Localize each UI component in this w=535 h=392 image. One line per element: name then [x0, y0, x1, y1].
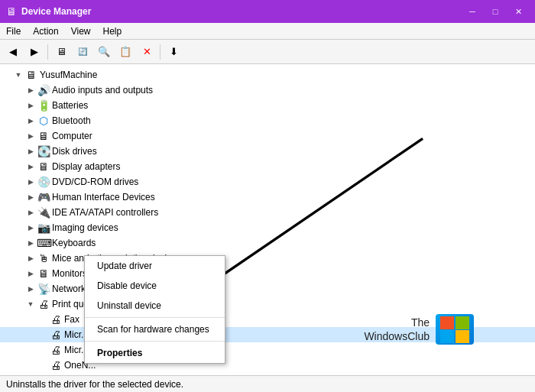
- imaging-icon: 📷: [37, 222, 50, 234]
- tree-item-dvd[interactable]: ▶ 💿 DVD/CD-ROM drives: [0, 174, 535, 190]
- tree-item-mice[interactable]: ▶ 🖱 Mice and other pointing devices: [0, 251, 535, 266]
- status-bar: Uninstalls the driver for the selected d…: [0, 375, 535, 392]
- tree-item-bluetooth[interactable]: ▶ ⬡ Bluetooth: [0, 113, 535, 128]
- network-icon: 📡: [37, 283, 50, 295]
- toolbar: ◀ ▶ 🖥 🔄 🔍 📋 ✕ ⬇: [0, 40, 535, 64]
- help-button[interactable]: ⬇: [164, 43, 183, 61]
- svg-rect-5: [456, 330, 469, 343]
- display-icon: 🖥: [37, 160, 50, 173]
- ctx-separator-2: [85, 341, 225, 342]
- tree-item-network[interactable]: ▶ 📡 Network adapters: [0, 281, 535, 296]
- svg-rect-4: [440, 330, 454, 343]
- monitor-icon: 🖥: [37, 267, 50, 280]
- ideata-label: IDE ATA/ATAPI controllers: [52, 207, 158, 218]
- menu-bar: File Action View Help: [0, 23, 535, 40]
- keyboard-icon: ⌨: [37, 237, 50, 249]
- ctx-update-driver[interactable]: Update driver: [85, 256, 225, 276]
- tree-item-computer[interactable]: ▶ 🖥 Computer: [0, 128, 535, 144]
- update-driver-button[interactable]: 🔄: [73, 43, 92, 61]
- menu-action[interactable]: Action: [27, 23, 64, 39]
- chevron-right-icon: ▶: [24, 224, 37, 232]
- tree-item-micro2[interactable]: 🖨 Micr...: [0, 342, 535, 358]
- chevron-right-icon: ▶: [24, 147, 37, 155]
- printer-icon: 🖨: [49, 374, 63, 375]
- chevron-right-icon: ▶: [24, 254, 37, 262]
- disable-button[interactable]: 📋: [115, 43, 135, 61]
- scan-hardware-button[interactable]: 🔍: [94, 43, 114, 61]
- chevron-right-icon: ▶: [24, 178, 37, 186]
- tree-item-printqueues[interactable]: ▼ 🖨 Print queues: [0, 296, 535, 312]
- fax-icon: 🖨: [49, 313, 63, 326]
- fax-label: Fax: [64, 314, 79, 325]
- back-button[interactable]: ◀: [3, 43, 23, 61]
- ideata-icon: 🔌: [37, 206, 50, 219]
- ctx-uninstall-device[interactable]: Uninstall device: [85, 296, 225, 316]
- dvd-icon: 💿: [37, 176, 50, 188]
- title-bar-controls: ─ □ ✕: [462, 4, 529, 19]
- batteries-label: Batteries: [52, 100, 88, 111]
- diskdrives-label: Disk drives: [52, 146, 97, 157]
- computer-icon: 🖥: [37, 130, 50, 142]
- chevron-right-icon: ▶: [24, 163, 37, 170]
- toolbar-sep2: [160, 44, 160, 60]
- printer-icon: 🖨: [49, 329, 63, 341]
- chevron-right-icon: ▶: [24, 86, 37, 94]
- disk-icon: 💽: [37, 145, 50, 157]
- app-icon: 🖥: [6, 5, 17, 18]
- imaging-label: Imaging devices: [52, 222, 118, 233]
- chevron-down-icon: ▼: [12, 71, 24, 79]
- maximize-button[interactable]: □: [485, 4, 506, 19]
- tree-item-ideata[interactable]: ▶ 🔌 IDE ATA/ATAPI controllers: [0, 205, 535, 220]
- ctx-scan-hardware[interactable]: Scan for hardware changes: [85, 319, 225, 339]
- tree-item-hid[interactable]: ▶ 🎮 Human Interface Devices: [0, 190, 535, 205]
- printer-icon: 🖨: [49, 344, 63, 356]
- audio-label: Audio inputs and outputs: [52, 85, 153, 96]
- properties-button[interactable]: 🖥: [51, 43, 71, 61]
- svg-rect-3: [456, 316, 469, 329]
- uninstall-button[interactable]: ✕: [137, 43, 157, 61]
- dvd-label: DVD/CD-ROM drives: [52, 177, 138, 187]
- bluetooth-icon: ⬡: [37, 115, 50, 127]
- tree-item-monitors[interactable]: ▶ 🖥 Monitors: [0, 266, 535, 281]
- printer-icon: 🖨: [49, 359, 63, 371]
- tree-item-diskdrives[interactable]: ▶ 💽 Disk drives: [0, 144, 535, 159]
- tree-root[interactable]: ▼ 🖥 YusufMachine: [0, 67, 535, 83]
- root-label: YusufMachine: [40, 70, 97, 80]
- computer-icon: 🖥: [24, 69, 38, 81]
- mouse-icon: 🖱: [37, 252, 50, 264]
- svg-rect-2: [440, 316, 454, 329]
- chevron-right-icon: ▶: [24, 239, 37, 247]
- chevron-right-icon: ▶: [24, 270, 37, 277]
- menu-help[interactable]: Help: [97, 23, 128, 39]
- chevron-right-icon: ▶: [24, 209, 37, 216]
- tree-item-audio[interactable]: ▶ 🔊 Audio inputs and outputs: [0, 83, 535, 98]
- chevron-right-icon: ▶: [24, 102, 37, 109]
- context-menu: Update driver Disable device Uninstall d…: [84, 255, 225, 364]
- tree-item-keyboards[interactable]: ▶ ⌨ Keyboards: [0, 235, 535, 251]
- printer-icon: 🖨: [37, 298, 50, 310]
- ctx-disable-device[interactable]: Disable device: [85, 276, 225, 296]
- forward-button[interactable]: ▶: [24, 43, 44, 61]
- status-text: Uninstalls the driver for the selected d…: [6, 379, 183, 390]
- ctx-separator-1: [85, 317, 225, 318]
- tree-item-one[interactable]: 🖨 OneN...: [0, 358, 535, 373]
- close-button[interactable]: ✕: [507, 4, 529, 19]
- menu-file[interactable]: File: [0, 23, 27, 39]
- audio-icon: 🔊: [37, 84, 50, 96]
- chevron-down-icon: ▼: [24, 300, 37, 308]
- menu-view[interactable]: View: [65, 23, 97, 39]
- monitors-label: Monitors: [52, 268, 87, 279]
- tree-item-display[interactable]: ▶ 🖥 Display adapters: [0, 159, 535, 174]
- tree-item-batteries[interactable]: ▶ 🔋 Batteries: [0, 98, 535, 113]
- tree-item-imaging[interactable]: ▶ 📷 Imaging devices: [0, 220, 535, 235]
- hid-icon: 🎮: [37, 191, 50, 203]
- display-label: Display adapters: [52, 161, 120, 172]
- ctx-properties[interactable]: Properties: [85, 343, 225, 363]
- chevron-right-icon: ▶: [24, 132, 37, 140]
- minimize-button[interactable]: ─: [462, 4, 483, 19]
- tree-item-root[interactable]: 🖨 Root...: [0, 373, 535, 375]
- bluetooth-label: Bluetooth: [52, 115, 91, 126]
- chevron-right-icon: ▶: [24, 117, 37, 125]
- keyboards-label: Keyboards: [52, 238, 96, 248]
- batteries-icon: 🔋: [37, 99, 50, 112]
